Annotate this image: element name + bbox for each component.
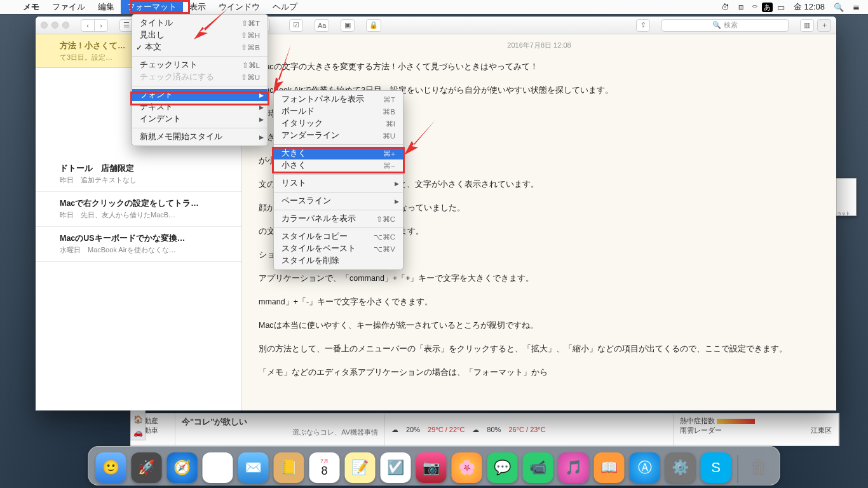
menu-item-text[interactable]: テキスト <box>132 101 268 113</box>
note-title: Macで右クリックの設定をしてトラ… <box>60 198 234 209</box>
menu-edit[interactable]: 編集 <box>92 0 121 14</box>
temperature: 26°C / 23°C <box>508 426 545 433</box>
dock-finder[interactable]: 🙂 <box>96 452 126 483</box>
weather-icon: ☁ <box>391 426 398 434</box>
dock: 🙂 🚀 🧭 ◉ ✉️ 📒 7月8 📝 ☑️ 📷 🌸 💬 📹 🎵 📖 Ⓐ ⚙️ S… <box>88 446 780 485</box>
dock-itunes[interactable]: 🎵 <box>559 452 589 483</box>
dock-safari[interactable]: 🧭 <box>167 452 198 483</box>
note-list-item[interactable]: MacのUSキーボードでかな変換… 水曜日 MacBook Airを使わなくな… <box>36 227 241 262</box>
menu-help[interactable]: ヘルプ <box>266 0 304 14</box>
menu-item-show-colors[interactable]: カラーパネルを表示⇧⌘C <box>274 213 403 225</box>
note-line: Macの文字の大きさを変更する方法！小さくて見づらいときはやってみて！ <box>259 59 820 75</box>
dock-launchpad[interactable]: 🚀 <box>132 452 162 483</box>
note-line: mmand」+「-」キーで文字を小さくできます。 <box>259 294 820 310</box>
note-line: Macは本当に使いやすく、キー操作が統一されているところが親切ですね。 <box>259 318 820 334</box>
note-date: 2016年7月8日 12:08 <box>242 34 836 54</box>
menu-item-copy-style[interactable]: スタイルをコピー⌥⌘C <box>274 231 403 243</box>
menu-item-title[interactable]: タイトル⇧⌘T <box>132 17 268 29</box>
menu-item-italic[interactable]: イタリック⌘I <box>274 118 403 130</box>
menu-item-indent[interactable]: インデント <box>132 113 268 125</box>
menu-file[interactable]: ファイル <box>46 0 92 14</box>
lock-button[interactable]: 🔒 <box>366 19 381 32</box>
dock-photobooth[interactable]: 📷 <box>416 452 447 483</box>
dock-contacts[interactable]: 📒 <box>274 452 304 483</box>
font-style-button[interactable]: Aa <box>315 19 329 32</box>
menu-item-paste-style[interactable]: スタイルをペースト⌥⌘V <box>274 243 403 255</box>
dock-trash[interactable]: 🗑 <box>745 452 773 483</box>
humidity: 20% <box>406 426 420 433</box>
window-close[interactable] <box>41 22 48 29</box>
dock-notes[interactable]: 📝 <box>345 452 376 483</box>
menu-item-heading[interactable]: 見出し⇧⌘H <box>132 29 268 41</box>
dock-chrome[interactable]: ◉ <box>203 452 233 483</box>
bookmark-icon[interactable]: 🏠 <box>132 414 144 425</box>
weather-icon: ☁ <box>472 426 479 434</box>
dock-preferences[interactable]: ⚙️ <box>665 452 696 483</box>
menu-item-underline[interactable]: アンダーライン⌘U <box>274 130 403 142</box>
note-list-item[interactable]: ドトール 店舗限定 昨日 追加テキストなし <box>36 157 241 192</box>
note-line: アプリケーションで、「command」+「+」キーで文字を大きくできます。 <box>259 271 820 287</box>
rain-radar-label: 雨雲レーダー <box>680 426 722 434</box>
table-button[interactable]: ▣ <box>341 19 355 32</box>
nav-back-button[interactable]: ‹ <box>81 19 95 32</box>
window-minimize[interactable] <box>51 22 58 29</box>
dropbox-icon[interactable]: ⧈ <box>734 2 748 12</box>
font-submenu: フォントパネルを表示⌘T ボールド⌘B イタリック⌘I アンダーライン⌘U 大き… <box>273 90 403 270</box>
dock-ibooks[interactable]: 📖 <box>594 452 625 483</box>
note-subtitle: 昨日 追加テキストなし <box>60 175 234 185</box>
bookmark-icon[interactable]: 🚗 <box>132 427 144 438</box>
share-button[interactable]: ⇪ <box>636 19 650 32</box>
headline: 今"コレ"が欲しい <box>182 416 378 428</box>
checklist-button[interactable]: ☑ <box>289 19 303 32</box>
nav-forward-button[interactable]: › <box>94 19 108 32</box>
menu-format[interactable]: フォーマット <box>121 0 183 14</box>
weather-widget: 不動産 自動車 今"コレ"が欲しい 選ぶならコレ、AV機器事情 ☁ 20% 29… <box>130 413 839 446</box>
menu-item-show-fonts[interactable]: フォントパネルを表示⌘T <box>274 93 403 105</box>
wifi-icon[interactable]: ⌔ <box>748 3 762 12</box>
note-subtitle: 水曜日 MacBook Airを使わなくな… <box>60 245 234 255</box>
menu-item-list[interactable]: リスト <box>274 177 403 189</box>
dock-skype[interactable]: S <box>701 452 731 483</box>
clock[interactable]: 金 12:08 <box>789 1 829 13</box>
dock-reminders[interactable]: ☑️ <box>381 452 411 483</box>
note-title: ドトール 店舗限定 <box>60 163 234 174</box>
menu-item-bigger[interactable]: 大きく⌘+ <box>274 147 403 159</box>
temperature: 29°C / 22°C <box>428 426 465 433</box>
search-placeholder: 検索 <box>724 20 738 30</box>
new-tab-button[interactable]: ＋ <box>817 19 831 32</box>
sidebar-toggle-button[interactable]: ▥ <box>800 19 814 32</box>
dock-photos[interactable]: 🌸 <box>452 452 482 483</box>
note-title: MacのUSキーボードでかな変換… <box>60 233 234 244</box>
window-zoom[interactable] <box>62 22 69 29</box>
region-label: 江東区 <box>811 426 832 435</box>
menu-item-font[interactable]: フォント <box>132 89 268 101</box>
menu-item-new-note-style[interactable]: 新規メモ開始スタイル <box>132 131 268 143</box>
search-icon: 🔍 <box>712 21 721 29</box>
menu-window[interactable]: ウインドウ <box>212 0 266 14</box>
note-list-item[interactable]: Macで右クリックの設定をしてトラ… 昨日 先日、友人から借りたMacB… <box>36 192 241 227</box>
dock-calendar[interactable]: 7月8 <box>309 452 340 483</box>
app-menu[interactable]: メモ <box>17 0 46 14</box>
spotlight-icon[interactable]: 🔍 <box>829 3 848 12</box>
menu-item-body[interactable]: 本文⇧⌘B <box>132 41 268 53</box>
alarm-icon[interactable]: ⏱ <box>717 3 734 12</box>
dock-messages[interactable]: 💬 <box>487 452 518 483</box>
menu-item-mark-done: チェック済みにする⇧⌘U <box>132 71 268 83</box>
dock-appstore[interactable]: Ⓐ <box>630 452 660 483</box>
menu-item-checklist[interactable]: チェックリスト⇧⌘L <box>132 59 268 71</box>
search-input[interactable]: 🔍 検索 <box>661 19 789 32</box>
battery-icon[interactable]: ▭ <box>773 3 789 12</box>
system-menubar: メモ ファイル 編集 フォーマット 表示 ウインドウ ヘルプ ⏱ ⧈ ⌔ あ ▭… <box>0 0 868 14</box>
heat-index-label: 熱中症指数 <box>680 417 715 424</box>
menu-view[interactable]: 表示 <box>183 0 212 14</box>
humidity: 80% <box>487 426 501 433</box>
format-menu: タイトル⇧⌘T 見出し⇧⌘H 本文⇧⌘B チェックリスト⇧⌘L チェック済みにす… <box>132 14 268 146</box>
notification-center-icon[interactable]: ≣ <box>848 3 864 12</box>
menu-item-remove-style[interactable]: スタイルを削除 <box>274 255 403 267</box>
dock-mail[interactable]: ✉️ <box>238 452 269 483</box>
menu-item-bold[interactable]: ボールド⌘B <box>274 105 403 118</box>
menu-item-baseline[interactable]: ベースライン <box>274 195 403 207</box>
dock-facetime[interactable]: 📹 <box>523 452 553 483</box>
menu-item-smaller[interactable]: 小さく⌘− <box>274 159 403 172</box>
ime-indicator[interactable]: あ <box>762 3 773 12</box>
